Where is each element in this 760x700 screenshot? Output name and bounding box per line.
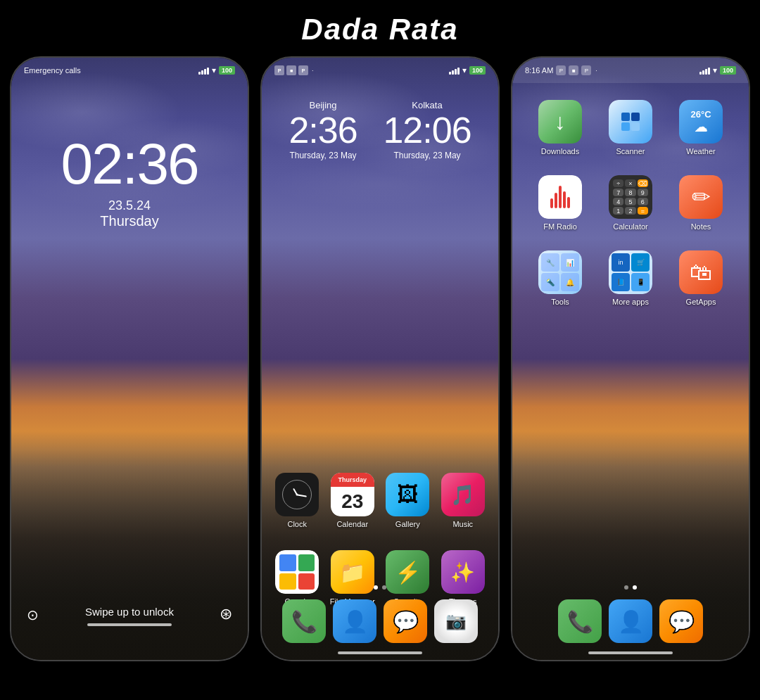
- scanner-label: Scanner: [616, 147, 645, 155]
- lock-clock: 02:36: [11, 135, 248, 193]
- dock-phone[interactable]: 📞: [282, 599, 326, 643]
- kolkata-time: 12:06: [383, 112, 471, 148]
- clock-kolkata: Kolkata 12:06 Thursday, 23 May: [383, 100, 471, 160]
- calendar-label: Calendar: [336, 520, 368, 528]
- fmradio-label: FM Radio: [543, 222, 577, 231]
- clock-icon[interactable]: [275, 473, 319, 516]
- app-calculator[interactable]: ÷ × ⌫ 7 8 9 4 5 6 1 2 =: [609, 175, 652, 231]
- getapps-label: GetApps: [686, 298, 716, 306]
- app-security[interactable]: ⚡ Security: [385, 550, 431, 606]
- battery-icon-2: 100: [469, 66, 486, 75]
- app-themes[interactable]: ✨ Themes: [441, 550, 486, 606]
- google-q2: [298, 554, 315, 571]
- calendar-icon[interactable]: Thursday 23: [331, 473, 374, 516]
- dock-messages-3[interactable]: 💬: [659, 599, 703, 643]
- cal-date-num: 23: [331, 487, 374, 516]
- app-google[interactable]: Google: [274, 550, 320, 606]
- status-left-3: 8:16 AM P ■ P ·: [525, 65, 597, 75]
- notes-icon[interactable]: ✏: [679, 175, 723, 219]
- dock-phone-3[interactable]: 📞: [558, 599, 602, 643]
- page-dot-3-2-active: [633, 585, 637, 590]
- dock-3: 📞 👤 💬: [512, 599, 749, 643]
- flashlight-icon[interactable]: ⊙: [27, 606, 39, 623]
- status-icons-left-2: P ■ P ·: [274, 65, 314, 75]
- tools-icon[interactable]: 🔧 📊 🔦 🔔: [538, 250, 582, 294]
- scanner-icon[interactable]: [609, 100, 652, 144]
- app-scanner[interactable]: Scanner: [609, 100, 652, 155]
- phone-appdrawer: 8:16 AM P ■ P · ▾ 100 ↓: [511, 56, 750, 661]
- downloads-bg: ↓: [538, 100, 582, 144]
- swipe-unlock-text: Swipe up to unlock: [11, 606, 248, 626]
- downloads-icon[interactable]: ↓: [538, 100, 582, 144]
- page-dot-1-active: [374, 585, 378, 590]
- moreapps-bg: in 🛒 📘 📱: [609, 250, 652, 294]
- weather-icon[interactable]: 26°C ☁: [679, 100, 723, 144]
- app-row-3-1: ↓ Downloads: [525, 100, 736, 155]
- scanner-b4: [631, 122, 640, 131]
- status-sq3: P: [581, 65, 591, 75]
- page-dot-2: [382, 585, 386, 590]
- notes-label: Notes: [691, 222, 711, 231]
- status-time-3: 8:16 AM: [525, 66, 553, 75]
- kolkata-date: Thursday, 23 May: [383, 151, 471, 160]
- calc-btn-2: ×: [625, 179, 635, 187]
- beijing-time: 2:36: [289, 112, 357, 148]
- app-calendar[interactable]: Thursday 23 Calendar: [330, 473, 376, 528]
- getapps-bg: 🛍: [679, 250, 723, 294]
- music-label: Music: [452, 520, 473, 528]
- app-downloads[interactable]: ↓ Downloads: [538, 100, 582, 155]
- home-indicator-3: [588, 651, 673, 654]
- gallery-icon[interactable]: 🖼: [386, 473, 429, 516]
- dual-clock-widget: Beijing 2:36 Thursday, 23 May Kolkata 12…: [262, 100, 498, 160]
- app-notes[interactable]: ✏ Notes: [679, 175, 723, 231]
- getapps-icon[interactable]: 🛍: [679, 250, 723, 294]
- app-weather[interactable]: 26°C ☁ Weather: [679, 100, 723, 155]
- app-clock[interactable]: Clock: [274, 473, 320, 528]
- app-music[interactable]: 🎵 Music: [441, 473, 486, 528]
- app-fmradio[interactable]: FM Radio: [538, 175, 582, 231]
- status-bar-3: 8:16 AM P ■ P · ▾ 100: [512, 58, 749, 83]
- calc-btn-5: 8: [625, 189, 635, 196]
- calc-btn-8: 5: [625, 198, 635, 205]
- clock-beijing: Beijing 2:36 Thursday, 23 May: [289, 100, 357, 160]
- notes-bg: ✏: [679, 175, 723, 219]
- app-moreapps[interactable]: in 🛒 📘 📱 More apps: [609, 250, 652, 306]
- calc-btn-6: 9: [638, 189, 648, 196]
- app-grid-row2: Google 📁 File Manager ⚡ Security ✨: [262, 550, 498, 606]
- moreapps-icon[interactable]: in 🛒 📘 📱: [609, 250, 652, 294]
- scanner-top: [621, 113, 640, 121]
- clock-minute-hand: [297, 494, 307, 497]
- calculator-label: Calculator: [613, 222, 648, 231]
- clock-face: [282, 480, 312, 509]
- app-list-grid-3: ↓ Downloads: [512, 93, 749, 333]
- signal-icon: [198, 66, 209, 75]
- lock-day: Thursday: [11, 213, 248, 229]
- dock-contacts[interactable]: 👤: [333, 599, 376, 643]
- calculator-icon[interactable]: ÷ × ⌫ 7 8 9 4 5 6 1 2 =: [609, 175, 652, 219]
- clock-center-dot: [296, 494, 298, 496]
- weather-bg: 26°C ☁: [679, 100, 723, 144]
- app-filemanager[interactable]: 📁 File Manager: [330, 550, 376, 606]
- downloads-label: Downloads: [541, 147, 579, 155]
- music-icon[interactable]: 🎵: [441, 473, 485, 516]
- calc-btn-7: 4: [613, 198, 623, 205]
- calc-btn-10: 1: [613, 207, 623, 215]
- phone-lockscreen: Emergency calls ▾ 100 02:36 23.5.24 Thur…: [10, 56, 249, 661]
- dock-camera[interactable]: 📷: [434, 599, 478, 643]
- tools-label: Tools: [551, 298, 569, 306]
- app-gallery[interactable]: 🖼 Gallery: [385, 473, 431, 528]
- dock-contacts-3[interactable]: 👤: [609, 599, 652, 643]
- app-row-3-3: 🔧 📊 🔦 🔔 Tools in 🛒 📘: [525, 250, 736, 306]
- app-tools[interactable]: 🔧 📊 🔦 🔔 Tools: [538, 250, 582, 306]
- wifi-icon: ▾: [212, 65, 216, 75]
- status-right-3: ▾ 100: [699, 65, 736, 75]
- fmbar-1: [550, 198, 553, 208]
- fmradio-icon[interactable]: [538, 175, 582, 219]
- fmbar-4: [563, 191, 566, 208]
- camera-icon[interactable]: ⊛: [220, 605, 232, 623]
- dock-messages[interactable]: 💬: [384, 599, 427, 643]
- page-dots-2: [262, 585, 498, 590]
- app-getapps[interactable]: 🛍 GetApps: [679, 250, 723, 306]
- cal-day-label: Thursday: [331, 473, 374, 487]
- page-title: Dada Rata: [0, 0, 760, 56]
